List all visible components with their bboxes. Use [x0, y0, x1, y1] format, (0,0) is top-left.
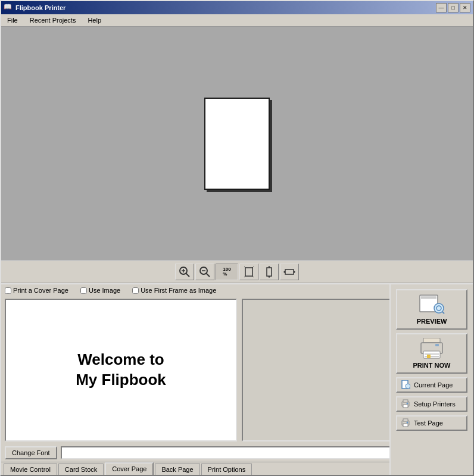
zoom-100-label: 100% — [223, 267, 230, 277]
use-first-frame-checkbox[interactable] — [132, 287, 139, 294]
test-page-icon — [401, 418, 410, 428]
svg-rect-44 — [403, 424, 408, 427]
fit-page-icon — [243, 266, 255, 278]
window-title: Flipbook Printer — [15, 4, 436, 11]
page-preview — [204, 98, 270, 190]
close-button[interactable]: ✕ — [460, 3, 470, 12]
svg-line-9 — [252, 267, 254, 268]
zoom-in-button[interactable] — [175, 264, 194, 280]
zoom-toolbar: 100% — [1, 261, 473, 283]
menu-bar: File Recent Projects Help — [1, 14, 473, 27]
svg-rect-33 — [425, 356, 439, 357]
cover-text-panel[interactable]: Welcome to My Flipbook — [5, 299, 237, 441]
svg-point-25 — [434, 303, 444, 313]
test-page-button[interactable]: Test Page — [396, 415, 467, 431]
zoom-in-icon — [179, 266, 191, 278]
change-font-button[interactable]: Change Font — [5, 446, 57, 459]
svg-rect-32 — [425, 353, 439, 355]
menu-help[interactable]: Help — [84, 15, 105, 25]
title-bar: 📖 Flipbook Printer — □ ✕ — [1, 1, 473, 14]
print-now-button[interactable]: PRINT NOW — [396, 333, 467, 374]
fit-width-button[interactable] — [280, 264, 299, 280]
bottom-panel: Print a Cover Page Use Image Use First F… — [1, 283, 473, 475]
svg-line-11 — [252, 276, 254, 277]
preview-area — [1, 27, 473, 261]
print-icon — [419, 338, 445, 359]
tab-back-page[interactable]: Back Page — [155, 464, 199, 475]
svg-rect-40 — [403, 405, 408, 408]
svg-line-8 — [244, 267, 245, 268]
bottom-content: Print a Cover Page Use Image Use First F… — [1, 284, 473, 475]
tab-movie-control[interactable]: Movie Control — [4, 464, 57, 475]
print-cover-text: Print a Cover Page — [13, 287, 68, 294]
tab-cover-page[interactable]: Cover Page — [105, 462, 154, 475]
use-image-label: Use Image — [80, 287, 120, 294]
current-page-button[interactable]: Current Page — [396, 377, 467, 393]
fit-page-button[interactable] — [239, 264, 258, 280]
svg-point-45 — [407, 422, 408, 424]
zoom-100-button[interactable]: 100% — [216, 264, 238, 280]
svg-rect-17 — [285, 270, 294, 274]
test-page-label: Test Page — [414, 419, 443, 427]
current-page-icon — [401, 380, 410, 390]
fit-height-button[interactable] — [260, 264, 279, 280]
fit-width-icon — [283, 266, 295, 278]
right-panel: PREVIEW PRINT NOW — [389, 284, 473, 475]
use-image-text: Use Image — [89, 287, 120, 294]
svg-line-10 — [244, 276, 245, 277]
svg-rect-12 — [267, 268, 272, 276]
setup-printers-icon — [401, 399, 410, 409]
main-window: 📖 Flipbook Printer — □ ✕ File Recent Pro… — [0, 0, 474, 476]
svg-line-1 — [186, 274, 190, 277]
svg-rect-34 — [427, 355, 431, 358]
svg-rect-7 — [245, 268, 252, 276]
svg-point-41 — [407, 403, 408, 405]
preview-icon — [419, 294, 445, 315]
setup-printers-button[interactable]: Setup Printers — [396, 396, 467, 412]
use-image-checkbox[interactable] — [80, 287, 87, 294]
print-now-label: PRINT NOW — [413, 362, 451, 369]
print-cover-label: Print a Cover Page — [5, 287, 68, 294]
svg-rect-43 — [403, 419, 408, 421]
menu-file[interactable]: File — [4, 15, 21, 25]
app-icon: 📖 — [4, 3, 13, 12]
tab-print-options[interactable]: Print Options — [201, 464, 252, 475]
svg-rect-28 — [423, 338, 440, 343]
svg-marker-15 — [268, 266, 270, 267]
print-cover-checkbox[interactable] — [5, 287, 11, 294]
cover-text: Welcome to My Flipbook — [76, 350, 166, 390]
svg-rect-39 — [403, 400, 408, 402]
preview-button[interactable]: PREVIEW — [396, 289, 467, 330]
svg-line-5 — [207, 274, 210, 277]
fit-height-icon — [263, 266, 275, 278]
zoom-out-button[interactable] — [195, 264, 214, 280]
current-page-label: Current Page — [414, 381, 453, 389]
preview-label: PREVIEW — [417, 318, 447, 325]
use-first-frame-label: Use First Frame as Image — [132, 287, 216, 294]
svg-line-37 — [410, 388, 411, 389]
svg-marker-16 — [268, 277, 270, 278]
tab-card-stock[interactable]: Card Stock — [58, 464, 104, 475]
minimize-button[interactable]: — — [436, 3, 447, 12]
svg-rect-31 — [435, 344, 439, 346]
setup-printers-label: Setup Printers — [414, 400, 456, 408]
svg-line-27 — [442, 312, 444, 314]
maximize-button[interactable]: □ — [448, 3, 459, 12]
svg-rect-24 — [421, 296, 436, 299]
menu-recent-projects[interactable]: Recent Projects — [26, 15, 80, 25]
title-buttons: — □ ✕ — [436, 3, 470, 12]
zoom-out-icon — [199, 266, 211, 278]
svg-marker-21 — [294, 271, 295, 273]
use-first-frame-text: Use First Frame as Image — [141, 287, 216, 294]
svg-marker-20 — [283, 271, 285, 273]
